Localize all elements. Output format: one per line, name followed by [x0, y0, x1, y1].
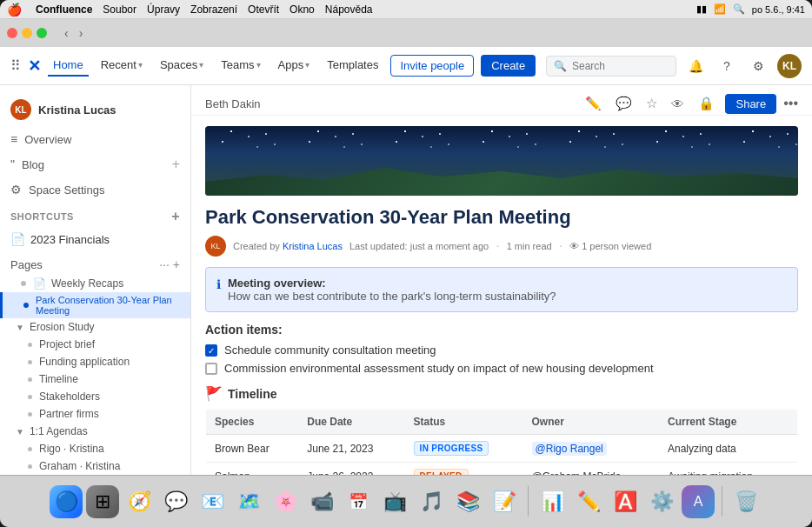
shortcut-financials[interactable]: 📄 2023 Financials [0, 228, 190, 250]
search-input[interactable] [572, 60, 669, 72]
help-button[interactable]: ? [715, 54, 739, 78]
dock-system-prefs-icon[interactable]: ⚙️ [645, 485, 678, 518]
menu-zobrazeni[interactable]: Zobrazení [190, 3, 237, 16]
tree-graham-kristina[interactable]: Graham · Kristina [0, 457, 190, 475]
back-button[interactable]: ‹ [61, 24, 72, 42]
table-header: Species Due Date Status Owner Current St… [206, 410, 798, 435]
notifications-button[interactable]: 🔔 [683, 54, 708, 78]
dock-notes-icon[interactable]: 📝 [488, 485, 521, 518]
forward-button[interactable]: › [76, 24, 87, 42]
pages-add-icon[interactable]: + [173, 257, 180, 271]
create-button[interactable]: Create [481, 55, 536, 77]
dock-books-icon[interactable]: 📚 [451, 485, 484, 518]
cell-stage-1: Analyzing data [659, 435, 798, 463]
checkbox-checked-icon[interactable]: ✓ [205, 344, 217, 357]
share-button[interactable]: Share [725, 94, 776, 114]
dock-mail-icon[interactable]: 📧 [196, 485, 229, 518]
sidebar-space-settings[interactable]: ⚙ Space Settings [0, 177, 190, 202]
restrict-icon[interactable]: 🔒 [695, 92, 718, 115]
dock-appstore-icon[interactable]: 🅰️ [609, 485, 642, 518]
nav-templates[interactable]: Templates [322, 55, 383, 77]
menu-napoveda[interactable]: Nápověda [325, 3, 373, 16]
dock-arc-icon[interactable]: A [682, 485, 715, 518]
pages-header-label: Pages [10, 258, 43, 271]
shortcut-doc-icon: 📄 [10, 232, 25, 246]
cell-due-2: June 26, 2023 [298, 463, 404, 476]
user-avatar[interactable]: KL [777, 54, 802, 78]
traffic-lights [7, 28, 47, 38]
nav-recent[interactable]: Recent ▾ [96, 55, 148, 77]
mac-window: 🍎 Confluence Soubor Úpravy Zobrazení Ote… [0, 0, 812, 527]
tree-project-brief-label: Project brief [39, 338, 95, 350]
tree-stakeholders-label: Stakeholders [39, 390, 100, 403]
tree-partner-firms[interactable]: Partner firms [0, 405, 190, 423]
tree-weekly-recaps[interactable]: 📄 Weekly Recaps [0, 275, 190, 292]
browser-chrome: ‹ › [0, 19, 812, 47]
nav-teams[interactable]: Teams ▾ [216, 55, 265, 77]
menu-okno[interactable]: Okno [290, 3, 315, 16]
tree-item-label-active: Park Conservation 30-Year Plan Meeting [36, 295, 180, 316]
col-due-date: Due Date [298, 410, 404, 435]
col-owner: Owner [523, 410, 659, 435]
author-link[interactable]: Kristina Lucas [283, 241, 343, 251]
settings-button[interactable]: ⚙ [746, 54, 770, 78]
menubar-wifi2-icon: 📶 [714, 3, 726, 15]
menu-soubor[interactable]: Soubor [103, 3, 136, 16]
maximize-button[interactable] [37, 28, 47, 38]
tree-stakeholders[interactable]: Stakeholders [0, 388, 190, 405]
nav-home[interactable]: Home [48, 55, 89, 77]
menu-upravy[interactable]: Úpravy [147, 3, 180, 16]
watch-icon[interactable]: 👁 [668, 93, 688, 115]
table-row: Salmon June 26, 2023 DELAYED @Graham McB… [206, 463, 798, 476]
nav-apps[interactable]: Apps ▾ [273, 55, 316, 77]
tree-funding-application[interactable]: Funding application [0, 353, 190, 370]
star-icon[interactable]: ☆ [642, 92, 661, 115]
nav-spaces[interactable]: Spaces ▾ [155, 55, 209, 77]
minimize-button[interactable] [22, 28, 32, 38]
dock-tv-icon[interactable]: 📺 [378, 485, 411, 518]
tree-dot4-icon [28, 395, 32, 399]
dock-numbers-icon[interactable]: 📊 [536, 485, 569, 518]
invite-people-button[interactable]: Invite people [390, 55, 474, 77]
more-options-button[interactable]: ••• [783, 96, 798, 111]
table-row: Brown Bear June 21, 2023 IN PROGRESS @Ri… [206, 435, 798, 463]
menu-otevrit[interactable]: Otevřít [248, 3, 279, 16]
apps-grid-icon[interactable]: ⠿ [10, 57, 21, 74]
shortcuts-add-icon[interactable]: + [171, 209, 180, 224]
tree-graham-label: Graham · Kristina [39, 460, 120, 472]
dock-photos-icon[interactable]: 🌸 [269, 485, 302, 518]
action-items-title: Action items: [205, 323, 798, 337]
tree-project-brief[interactable]: Project brief [0, 336, 190, 353]
dock-maps-icon[interactable]: 🗺️ [232, 485, 265, 518]
close-button[interactable] [7, 28, 17, 38]
tree-erosion-study[interactable]: ▼ Erosion Study [0, 318, 190, 336]
sidebar-overview[interactable]: ≡ Overview [0, 127, 190, 151]
menubar-search-icon[interactable]: 🔍 [733, 3, 745, 15]
dock-music-icon[interactable]: 🎵 [415, 485, 448, 518]
comment-icon[interactable]: 💬 [612, 92, 636, 115]
mention-rigo[interactable]: @Rigo Rangel [532, 442, 607, 456]
cell-species-2: Salmon [206, 463, 299, 476]
dock-messages-icon[interactable]: 💬 [159, 485, 192, 518]
tree-park-conservation[interactable]: Park Conservation 30-Year Plan Meeting [0, 292, 190, 318]
sidebar-blog[interactable]: " Blog + [0, 151, 190, 177]
tree-rigo-kristina[interactable]: Rigo · Kristina [0, 440, 190, 457]
dock-safari-icon[interactable]: 🧭 [123, 485, 156, 518]
tree-1on1-agendas[interactable]: ▼ 1:1 Agendas [0, 423, 190, 440]
dock-facetime-icon[interactable]: 📹 [305, 485, 338, 518]
shortcuts-header: SHORTCUTS + [0, 202, 190, 228]
meta-divider2: · [559, 238, 562, 254]
checkbox-unchecked-icon[interactable] [205, 363, 217, 375]
pages-dots-icon[interactable]: ··· [159, 257, 170, 271]
top-nav: ⠿ ✕ Home Recent ▾ Spaces ▾ Teams ▾ Apps … [0, 47, 812, 85]
cell-stage-2: Awaiting migration [659, 463, 798, 476]
dock-pages-icon[interactable]: ✏️ [572, 485, 605, 518]
dock-launchpad-icon[interactable]: ⊞ [86, 485, 119, 518]
tree-timeline[interactable]: Timeline [0, 370, 190, 388]
edit-icon[interactable]: ✏️ [582, 92, 605, 115]
dock-finder-icon[interactable]: 🔵 [50, 485, 83, 518]
blog-add-icon[interactable]: + [172, 157, 180, 172]
dock-calendar-icon[interactable]: 📅 [342, 485, 375, 518]
info-box-content: Meeting overview: How can we best contri… [228, 277, 556, 303]
dock-trash-icon[interactable]: 🗑️ [729, 485, 762, 518]
